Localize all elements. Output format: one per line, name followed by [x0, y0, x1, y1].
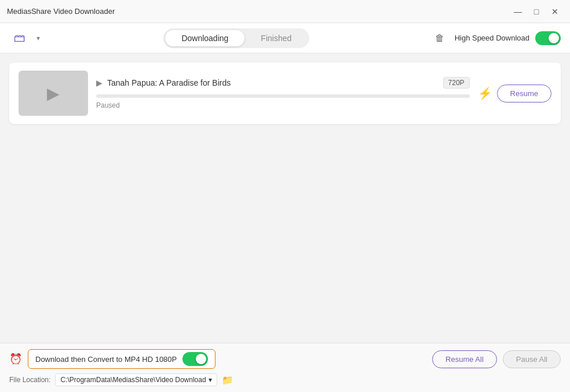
high-speed-label: High Speed Download	[455, 34, 529, 42]
trash-icon: 🗑	[435, 33, 444, 43]
download-icon-button[interactable]: 🗃	[9, 28, 30, 49]
download-card: ▶ ▶ Tanah Papua: A Paradise for Birds 72…	[9, 63, 561, 124]
maximize-button[interactable]: □	[528, 3, 545, 20]
close-button[interactable]: ✕	[547, 3, 563, 20]
toggle-slider	[535, 31, 561, 45]
download-status: Paused	[96, 101, 470, 109]
toolbar-right: 🗑 High Speed Download	[430, 29, 561, 47]
file-path-text: C:\ProgramData\MediasShare\Video Downloa…	[60, 376, 206, 384]
lightning-icon: ⚡	[478, 86, 492, 100]
bottom-actions: Resume All Pause All	[432, 350, 561, 368]
progress-bar-container	[96, 94, 470, 98]
convert-toggle[interactable]	[182, 352, 208, 366]
tab-downloading[interactable]: Downloading	[165, 30, 244, 46]
convert-section: ⏰ Download then Convert to MP4 HD 1080P	[9, 349, 215, 369]
file-location-row: File Location: C:\ProgramData\MediasShar…	[9, 373, 561, 386]
folder-icon[interactable]: 📁	[222, 375, 233, 386]
toolbar-left: 🗃 ▾	[9, 28, 43, 49]
file-path-chevron: ▾	[209, 376, 212, 384]
video-thumbnail: ▶	[19, 71, 88, 116]
download-info: ▶ Tanah Papua: A Paradise for Birds 720P…	[96, 77, 470, 109]
download-icon: 🗃	[14, 31, 25, 45]
main-content: ▶ ▶ Tanah Papua: A Paradise for Birds 72…	[0, 53, 570, 343]
toolbar: 🗃 ▾ Downloading Finished 🗑 High Speed Do…	[0, 23, 570, 53]
play-icon: ▶	[47, 84, 60, 103]
tab-group: Downloading Finished	[163, 28, 309, 48]
convert-toggle-slider	[182, 352, 208, 366]
tab-finished[interactable]: Finished	[244, 30, 308, 46]
progress-row	[96, 94, 470, 98]
file-location-label: File Location:	[9, 376, 50, 384]
bottom-top-row: ⏰ Download then Convert to MP4 HD 1080P …	[9, 349, 561, 369]
clock-icon: ⏰	[9, 353, 22, 365]
resume-button[interactable]: Resume	[497, 85, 551, 102]
title-bar-left: MediasShare Video Downloader	[7, 7, 115, 16]
convert-box: Download then Convert to MP4 HD 1080P	[28, 349, 215, 369]
download-title-row: ▶ Tanah Papua: A Paradise for Birds 720P	[96, 77, 470, 89]
resume-all-button[interactable]: Resume All	[432, 350, 497, 368]
download-title-left: ▶ Tanah Papua: A Paradise for Birds	[96, 78, 231, 87]
trash-button[interactable]: 🗑	[430, 29, 449, 47]
dropdown-chevron-button[interactable]: ▾	[34, 28, 43, 49]
file-path-select[interactable]: C:\ProgramData\MediasShare\Video Downloa…	[55, 373, 217, 386]
convert-label: Download then Convert to MP4 HD 1080P	[35, 355, 177, 364]
download-title: Tanah Papua: A Paradise for Birds	[107, 78, 231, 87]
high-speed-toggle[interactable]	[535, 31, 561, 45]
minimize-button[interactable]: —	[510, 3, 526, 20]
title-bar-controls: — □ ✕	[510, 3, 563, 20]
bottom-bar: ⏰ Download then Convert to MP4 HD 1080P …	[0, 343, 570, 392]
quality-badge: 720P	[443, 77, 470, 89]
pause-all-button: Pause All	[503, 350, 561, 368]
video-type-icon: ▶	[96, 78, 103, 87]
app-title: MediasShare Video Downloader	[7, 7, 115, 16]
download-actions: ⚡ Resume	[478, 85, 551, 102]
title-bar: MediasShare Video Downloader — □ ✕	[0, 0, 570, 23]
